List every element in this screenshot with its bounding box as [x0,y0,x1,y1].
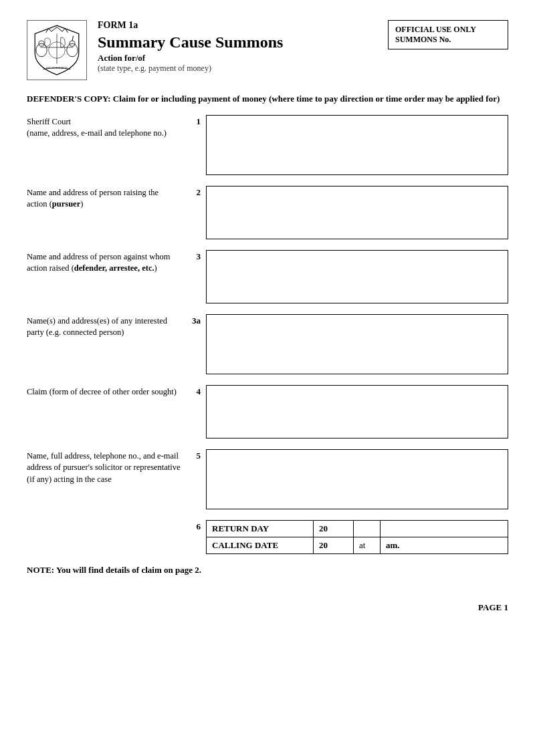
field-3-number: 3 [187,250,206,262]
calling-date-am: am. [381,537,508,553]
field-5-label: Name, full address, telephone no., and e… [27,449,187,486]
form-id: FORM 1a [98,20,388,31]
field-4-label: Claim (form of decree of other order sou… [27,385,187,398]
field-2-number: 2 [187,186,206,198]
form-rows: Sheriff Court(name, address, e-mail and … [27,115,508,554]
return-day-value[interactable]: 20 [314,520,354,537]
field-row-4: Claim (form of decree of other order sou… [27,385,508,438]
field-3a-input[interactable] [206,314,508,374]
field-row-5: Name, full address, telephone no., and e… [27,449,508,509]
page-number: PAGE 1 [27,602,508,613]
field-row-2: Name and address of person raising the a… [27,186,508,239]
calling-date-at: at [354,537,381,553]
field-3-label: Name and address of person against whom … [27,250,187,275]
field-1-number: 1 [187,115,206,127]
field-2-label: Name and address of person raising the a… [27,186,187,211]
field-5-input[interactable] [206,449,508,509]
form-subtitle-note: (state type, e.g. payment of money) [98,64,388,74]
return-day-at [354,520,381,537]
field-row-3a: Name(s) and address(es) of any intereste… [27,314,508,374]
field-row-3: Name and address of person against whom … [27,250,508,303]
form-title: Summary Cause Summons [98,33,388,51]
field-row-6: 6 RETURN DAY 20 CALLING DATE 20 at am. [27,520,508,554]
defender-copy-title: DEFENDER'S COPY: Claim for or including … [27,92,508,106]
field-1-label: Sheriff Court(name, address, e-mail and … [27,115,187,140]
field-3a-number: 3a [187,314,206,326]
svg-line-4 [72,36,74,41]
note: NOTE: You will find details of claim on … [27,565,508,576]
field-3a-label: Name(s) and address(es) of any intereste… [27,314,187,339]
field-2-input[interactable] [206,186,508,239]
return-day-row: RETURN DAY 20 [207,520,508,537]
svg-text:DIEU ET MON DROIT: DIEU ET MON DROIT [46,67,68,70]
form-subtitle: Action for/of [98,53,388,64]
field-4-number: 4 [187,385,206,397]
official-use-line1: OFFICIAL USE ONLY [395,25,476,34]
official-use-line2: SUMMONS No. [395,35,451,44]
return-day-am [381,520,508,537]
page-header: DIEU ET MON DROIT FORM 1a Summary Cause … [27,20,508,80]
field-6-table: RETURN DAY 20 CALLING DATE 20 at am. [206,520,508,554]
header-middle: FORM 1a Summary Cause Summons Action for… [98,20,388,74]
calling-date-row: CALLING DATE 20 at am. [207,537,508,553]
field-3-input[interactable] [206,250,508,303]
field-1-input[interactable] [206,115,508,175]
field-5-number: 5 [187,449,206,461]
field-4-input[interactable] [206,385,508,438]
calling-date-label: CALLING DATE [207,537,314,553]
return-day-label: RETURN DAY [207,520,314,537]
svg-point-2 [67,43,78,57]
coat-of-arms: DIEU ET MON DROIT [27,20,87,80]
calling-date-value[interactable]: 20 [314,537,354,553]
field-row-1: Sheriff Court(name, address, e-mail and … [27,115,508,175]
official-use-box: OFFICIAL USE ONLY SUMMONS No. [388,20,508,49]
field-6-number: 6 [187,520,206,532]
